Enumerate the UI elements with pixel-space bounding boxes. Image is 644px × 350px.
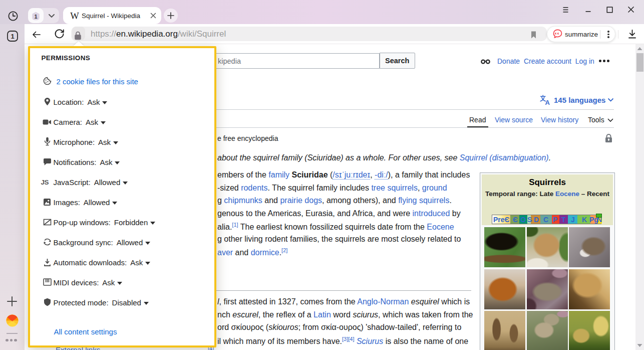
svg-text:1: 1 — [34, 14, 37, 20]
svg-text:1: 1 — [11, 33, 14, 40]
svg-text:A: A — [545, 99, 550, 105]
